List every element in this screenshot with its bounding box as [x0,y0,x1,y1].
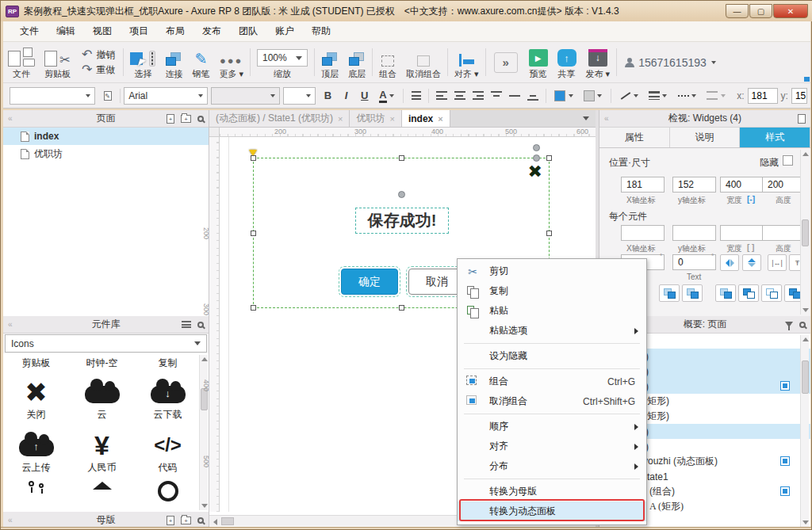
menu-item-copy[interactable]: 复制 [458,281,646,301]
order-button-2[interactable] [682,284,703,302]
resize-handle[interactable] [399,305,404,311]
account-menu[interactable]: 15671615193 [619,42,722,82]
each-x-field[interactable] [621,225,665,241]
tab-close-icon[interactable]: × [389,114,394,124]
zoom-dropdown[interactable]: 100% [257,49,308,67]
menu-item-set-hidden[interactable]: 设为隐藏 [458,346,646,366]
bring-front-button[interactable]: 顶层 [316,42,343,82]
fill-color-button[interactable] [550,86,579,105]
zoom-control[interactable]: 100% 缩放 [252,42,312,82]
flip-horizontal-button[interactable] [720,254,739,271]
visibility-checkbox-icon[interactable] [780,486,790,496]
x-field[interactable]: 181 [621,177,665,193]
dialog-ok-button[interactable]: 确定 [341,269,398,295]
scroll-up-icon[interactable] [802,152,809,156]
close-button[interactable]: ✕ [773,4,808,18]
ungroup-button[interactable]: 取消组合 [401,42,446,82]
minimize-button[interactable]: — [726,4,749,18]
tab-style[interactable]: 样式 [740,128,810,147]
page-item-youzhifang[interactable]: 优职坊 [3,145,209,162]
publish-button[interactable]: ↓ 发布 ▾ [581,42,615,82]
menu-project[interactable]: 项目 [121,21,157,41]
add-master-icon[interactable]: + [167,516,174,525]
dialog-message-text[interactable]: 保存成功! [356,208,448,233]
menu-team[interactable]: 团队 [230,21,266,41]
y-input[interactable] [791,88,807,104]
collapse-icon[interactable]: « [8,320,13,329]
expand-toolbar-button[interactable]: » [494,52,518,73]
shadow-button[interactable] [578,86,607,105]
preview-button[interactable]: ▶ 预览 [524,42,553,82]
boolean-intersect-button[interactable] [761,284,782,302]
align-left-button[interactable] [432,86,450,105]
menu-item-distribute[interactable]: 分布 [458,456,646,476]
maximize-button[interactable]: ▢ [749,4,772,18]
font-size-dropdown[interactable] [283,87,316,105]
lib-item-circle[interactable] [138,481,197,504]
boolean-subtract-button[interactable] [738,284,759,302]
flip-vertical-button[interactable] [742,254,761,271]
add-folder-icon[interactable]: + [181,115,191,123]
x-input[interactable] [748,88,778,104]
y-field[interactable]: 152 [672,177,716,193]
line-style-button[interactable] [672,86,702,105]
bold-button[interactable]: B [319,86,337,105]
add-page-icon[interactable]: + [167,114,174,124]
scrollbar-thumb[interactable] [201,388,208,410]
menu-arrange[interactable]: 布局 [157,21,193,41]
align-button[interactable]: 对齐 ▾ [450,42,484,82]
library-menu-icon[interactable] [182,321,191,328]
search-icon[interactable] [197,116,204,122]
lib-label-clipboard[interactable]: 剪贴板 [6,357,66,370]
pen-tool[interactable]: ✎ 钢笔 [187,42,214,82]
collapse-icon[interactable]: « [8,114,13,123]
menu-item-paste[interactable]: 粘贴 [458,301,646,321]
tab-index[interactable]: index × [402,110,450,127]
tab-dynamic-panel-state1[interactable]: (动态面板) / State1 (优职坊) × [209,110,350,127]
menu-account[interactable]: 账户 [266,21,303,41]
page-item-index[interactable]: index [3,128,209,145]
lib-item-cloud[interactable]: 云 [72,376,132,421]
undo-button[interactable]: ↶ 撤销 [82,48,115,62]
align-right-button[interactable] [469,86,487,105]
tab-list-caret-icon[interactable] [583,116,589,120]
each-y-field[interactable] [672,225,716,241]
lib-item-code[interactable]: </> 代码 [138,429,197,475]
arrow-style-button[interactable] [702,86,731,105]
rotate-handle-icon[interactable] [398,191,405,198]
menu-edit[interactable]: 编辑 [48,21,84,41]
lib-item-cloud-download[interactable]: ↓ 云下载 [138,376,197,421]
each-height-field[interactable] [762,225,802,241]
scrollbar-thumb[interactable] [802,219,809,246]
connector-point-icon[interactable] [533,144,540,151]
hide-checkbox[interactable] [783,155,793,166]
tab-close-icon[interactable]: × [338,114,343,124]
resize-handle[interactable] [399,155,404,161]
group-button[interactable]: 组合 [374,42,401,82]
scroll-down-icon[interactable] [201,504,208,508]
align-top-button[interactable] [488,86,506,105]
library-select[interactable]: Icons [5,334,207,353]
clipboard-tools[interactable]: ✂ 剪贴板 [40,42,75,82]
menu-item-ungroup[interactable]: 取消组合 Ctrl+Shift+G [458,391,646,411]
menu-item-order[interactable]: 顺序 [458,417,646,437]
dialog-close-x-icon[interactable]: ✖ [528,163,542,181]
outline-scrollbar[interactable] [800,335,809,527]
bullet-list-button[interactable] [407,86,425,105]
select-tool[interactable]: 选择 [125,42,160,82]
scroll-down-icon[interactable] [802,308,809,312]
inspector-scrollbar[interactable] [800,150,809,315]
align-center-button[interactable] [450,86,469,105]
resize-handle[interactable] [546,155,552,161]
menu-file[interactable]: 文件 [11,21,48,41]
menu-view[interactable]: 视图 [84,21,121,41]
redo-button[interactable]: ↷ 重做 [82,63,115,77]
tab-close-icon[interactable]: × [438,114,442,124]
lib-item-close[interactable]: ✖ 关闭 [6,376,66,421]
lib-item-pins[interactable] [6,481,66,504]
lib-item-upload-arrow[interactable] [72,481,132,504]
menu-publish[interactable]: 发布 [193,21,230,41]
width-field[interactable]: 400 [720,177,764,193]
resize-handle[interactable] [251,155,256,161]
search-icon[interactable] [197,517,204,524]
